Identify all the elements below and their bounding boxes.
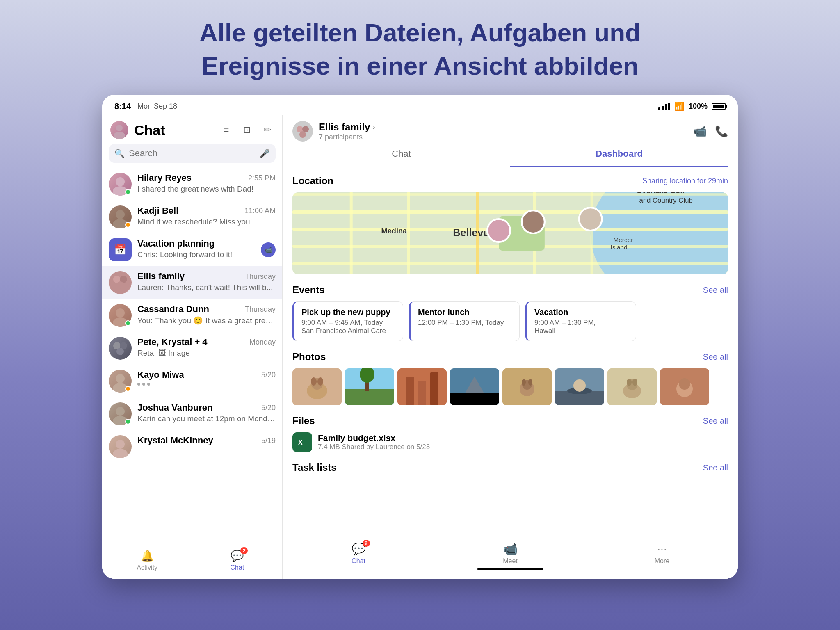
status-time: 8:14 xyxy=(114,102,131,111)
meet-nav-label: Meet xyxy=(503,557,518,565)
svg-point-77 xyxy=(679,378,690,390)
chat-preview: I shared the great news with Dad! xyxy=(137,185,276,194)
chat-time: 5/19 xyxy=(261,436,276,445)
chat-preview: Reta: 🖼 Image xyxy=(137,349,276,358)
activity-icon: 🔔 xyxy=(141,550,154,562)
tab-dashboard[interactable]: Dashboard xyxy=(510,142,728,167)
event-card[interactable]: Pick up the new puppy 9:00 AM – 9:45 AM,… xyxy=(292,301,403,341)
svg-text:Overlake Golf: Overlake Golf xyxy=(636,192,685,195)
events-row: Pick up the new puppy 9:00 AM – 9:45 AM,… xyxy=(292,301,728,341)
microphone-icon[interactable]: 🎤 xyxy=(260,148,270,158)
nav-item-chat[interactable]: 💬 2 Chat xyxy=(192,546,283,575)
archive-icon[interactable]: ⊡ xyxy=(240,123,253,137)
svg-point-22 xyxy=(299,131,306,138)
right-nav-meet[interactable]: 📹 Meet xyxy=(434,542,586,565)
svg-rect-31 xyxy=(407,192,410,274)
chat-name: Cassandra Dunn xyxy=(137,304,209,315)
svg-point-64 xyxy=(522,379,526,386)
list-item[interactable]: Hilary Reyes 2:55 PM I shared the great … xyxy=(102,168,282,201)
photo-thumb[interactable] xyxy=(345,368,394,405)
list-item[interactable]: Ellis family Thursday Lauren: Thanks, ca… xyxy=(102,266,282,299)
chat-name: Hilary Reyes xyxy=(137,173,192,183)
photos-section: Photos See all xyxy=(292,351,728,405)
event-time: 12:00 PM – 1:30 PM, Today xyxy=(418,319,512,327)
status-date: Mon Sep 18 xyxy=(137,102,177,111)
svg-point-42 xyxy=(487,219,510,242)
phone-call-icon[interactable]: 📞 xyxy=(715,125,728,138)
photo-thumb[interactable] xyxy=(450,368,499,405)
svg-point-48 xyxy=(311,377,317,386)
photo-thumb[interactable] xyxy=(607,368,657,405)
task-see-all[interactable]: See all xyxy=(703,463,728,472)
battery-icon xyxy=(712,103,726,110)
svg-rect-51 xyxy=(345,389,394,405)
status-dot-orange xyxy=(125,386,131,392)
events-section: Events See all Pick up the new puppy 9:0… xyxy=(292,284,728,341)
svg-point-19 xyxy=(113,449,128,458)
chat-preview: Karin can you meet at 12pm on Monda... xyxy=(137,414,276,423)
location-section: Location Sharing location for 29min xyxy=(292,175,728,274)
svg-point-18 xyxy=(116,440,125,449)
chat-time: Monday xyxy=(249,338,276,347)
list-item[interactable]: Kadji Bell 11:00 AM Mind if we reschedul… xyxy=(102,201,282,233)
events-see-all[interactable]: See all xyxy=(703,285,728,295)
chat-preview: Lauren: Thanks, can't wait! This will b.… xyxy=(137,283,276,292)
photos-title: Photos xyxy=(292,351,326,363)
file-name: Family budget.xlsx xyxy=(318,433,430,443)
photo-thumb[interactable] xyxy=(502,368,552,405)
chat-list: Hilary Reyes 2:55 PM I shared the great … xyxy=(102,168,282,542)
event-card[interactable]: Vacation 9:00 AM – 1:30 PM, Hawaii xyxy=(525,301,636,341)
event-location: San Francisco Animal Care xyxy=(301,327,395,335)
svg-point-4 xyxy=(116,210,125,219)
video-call-badge[interactable]: 📹 xyxy=(261,242,276,257)
chat-time: 5/20 xyxy=(261,404,276,412)
right-nav-more[interactable]: ··· More xyxy=(586,543,738,565)
list-item[interactable]: Joshua Vanburen 5/20 Karin can you meet … xyxy=(102,397,282,430)
compose-icon[interactable]: ✏ xyxy=(261,123,274,137)
chat-time: 11:00 AM xyxy=(244,207,276,215)
event-time: 9:00 AM – 9:45 AM, Today xyxy=(301,319,395,327)
headline: Alle geteilten Dateien, Aufgaben und Ere… xyxy=(158,0,682,95)
files-see-all[interactable]: See all xyxy=(703,416,728,426)
chat-name: Joshua Vanburen xyxy=(137,402,212,413)
chat-name: Kadji Bell xyxy=(137,205,178,216)
files-section: Files See all X Family budget.xlsx 7 xyxy=(292,415,728,452)
svg-point-49 xyxy=(317,377,323,386)
event-time: 9:00 AM – 1:30 PM, xyxy=(534,319,628,327)
filter-icon[interactable]: ≡ xyxy=(220,123,233,137)
svg-point-65 xyxy=(528,379,532,386)
home-indicator xyxy=(477,568,543,570)
svg-point-8 xyxy=(116,281,124,289)
list-item[interactable]: Pete, Krystal + 4 Monday Reta: 🖼 Image xyxy=(102,332,282,365)
list-item[interactable]: 📅 Vacation planning Chris: Looking forwa… xyxy=(102,233,282,266)
right-nav-chat[interactable]: 💬 2 Chat xyxy=(283,542,434,565)
search-bar[interactable]: 🔍 🎤 xyxy=(109,144,276,163)
nav-item-activity[interactable]: 🔔 Activity xyxy=(102,546,192,575)
photo-thumb[interactable] xyxy=(397,368,447,405)
svg-text:X: X xyxy=(298,439,303,446)
search-input[interactable] xyxy=(129,148,256,159)
list-item[interactable]: Kayo Miwa 5/20 xyxy=(102,365,282,397)
photo-thumb[interactable] xyxy=(660,368,709,405)
file-item[interactable]: X Family budget.xlsx 7.4 MB Shared by La… xyxy=(292,432,728,452)
activity-label: Activity xyxy=(137,564,158,571)
photo-thumb[interactable] xyxy=(555,368,604,405)
chat-preview: Chris: Looking forward to it! xyxy=(137,250,255,259)
svg-rect-57 xyxy=(430,372,438,405)
event-card[interactable]: Mentor lunch 12:00 PM – 1:30 PM, Today xyxy=(409,301,520,341)
photos-see-all[interactable]: See all xyxy=(703,352,728,362)
svg-point-0 xyxy=(116,125,123,131)
chat-time: Thursday xyxy=(245,272,276,281)
chat-time: Thursday xyxy=(245,305,276,314)
tab-chat[interactable]: Chat xyxy=(292,142,510,167)
battery-label: 100% xyxy=(689,102,708,111)
chevron-right-icon: › xyxy=(372,123,375,131)
video-call-icon[interactable]: 📹 xyxy=(694,125,707,138)
user-avatar[interactable] xyxy=(110,121,128,139)
avatar xyxy=(109,271,132,294)
map-container[interactable]: Bellevue Overlake Golf and Country Club … xyxy=(292,192,728,274)
svg-point-44 xyxy=(579,208,602,231)
list-item[interactable]: Krystal McKinney 5/19 xyxy=(102,430,282,463)
list-item[interactable]: Cassandra Dunn Thursday You: Thank you 😊… xyxy=(102,299,282,332)
photo-thumb[interactable] xyxy=(292,368,342,405)
